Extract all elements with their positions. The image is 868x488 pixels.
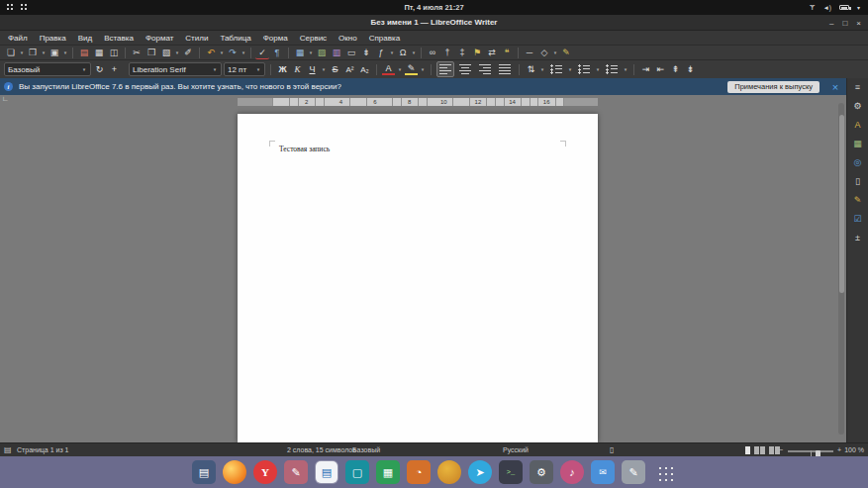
- special-character-dropdown-icon[interactable]: ▾: [411, 49, 417, 55]
- show-applications-icon[interactable]: [652, 460, 676, 484]
- highlight-color-dropdown-icon[interactable]: ▾: [420, 66, 426, 72]
- page-count[interactable]: Страница 1 из 1: [17, 443, 68, 457]
- undo-icon[interactable]: ↶: [204, 47, 218, 59]
- input-method-icon[interactable]: Ɏ: [810, 3, 815, 12]
- dock-icon-telegram[interactable]: ➤: [468, 460, 492, 484]
- infobar-close-icon[interactable]: ×: [828, 81, 842, 93]
- insert-table-dropdown-icon[interactable]: ▾: [308, 49, 314, 55]
- outline-list-dropdown-icon[interactable]: ▾: [623, 66, 628, 72]
- endnote-icon[interactable]: ‡: [455, 47, 469, 59]
- menu-help[interactable]: Справка: [363, 31, 406, 45]
- update-style-icon[interactable]: ↻: [93, 63, 106, 76]
- align-center-button[interactable]: [456, 61, 474, 77]
- close-button[interactable]: ×: [856, 19, 861, 28]
- menu-view[interactable]: Вид: [72, 31, 98, 45]
- dock-icon-libreoffice-writer[interactable]: ▤: [316, 461, 338, 483]
- bold-button[interactable]: Ж: [276, 63, 289, 76]
- insert-field-icon[interactable]: ƒ: [374, 47, 388, 59]
- spelling-icon[interactable]: ✓: [255, 47, 269, 59]
- bullet-list-button[interactable]: [547, 61, 565, 77]
- underline-button[interactable]: Ч: [306, 63, 319, 76]
- paragraph-style-dropdown-icon[interactable]: ▾: [81, 66, 87, 72]
- clone-formatting-icon[interactable]: ✐: [181, 47, 195, 59]
- menu-styles[interactable]: Стили: [179, 31, 214, 45]
- align-right-button[interactable]: [476, 61, 494, 77]
- new-doc-dropdown-icon[interactable]: ▾: [19, 49, 25, 55]
- increase-indent-icon[interactable]: ⇥: [639, 63, 652, 76]
- menu-format[interactable]: Формат: [140, 31, 179, 45]
- open-icon[interactable]: ❐: [26, 47, 40, 59]
- paragraph-style-combo[interactable]: Базовый ▾: [4, 62, 91, 76]
- align-justify-button[interactable]: [496, 61, 514, 77]
- word-count[interactable]: 2 слова, 15 символов: [287, 443, 356, 457]
- styles-deck-icon[interactable]: A: [850, 119, 866, 131]
- export-pdf-icon[interactable]: ▤: [77, 47, 91, 59]
- dock-icon-files[interactable]: ▤: [192, 460, 216, 484]
- underline-dropdown-icon[interactable]: ▾: [321, 66, 327, 72]
- dock-icon-mail[interactable]: ✉: [591, 460, 615, 484]
- open-dropdown-icon[interactable]: ▾: [41, 49, 47, 55]
- decrease-indent-icon[interactable]: ⇤: [654, 63, 667, 76]
- increase-paragraph-spacing-icon[interactable]: ⇞: [669, 63, 682, 76]
- outline-list-button[interactable]: [603, 61, 621, 77]
- menu-file[interactable]: Файл: [2, 31, 34, 45]
- dock-icon-libreoffice-start-center[interactable]: ▢: [345, 460, 369, 484]
- zoom-in-icon[interactable]: +: [837, 443, 841, 457]
- numbered-list-dropdown-icon[interactable]: ▾: [595, 66, 601, 72]
- cross-reference-icon[interactable]: ⇄: [485, 47, 499, 59]
- text-language[interactable]: Русский: [503, 443, 529, 457]
- sidebar-settings-icon[interactable]: ≡: [850, 81, 866, 93]
- menu-form[interactable]: Форма: [257, 31, 294, 45]
- italic-button[interactable]: К: [291, 63, 304, 76]
- system-menu-chevron-icon[interactable]: ▾: [857, 4, 860, 11]
- footnote-icon[interactable]: †: [440, 47, 454, 59]
- menu-table[interactable]: Таблица: [214, 31, 256, 45]
- save-icon[interactable]: ▣: [48, 47, 61, 59]
- gallery-deck-icon[interactable]: ▦: [850, 138, 866, 149]
- dock-icon-graphics-editor[interactable]: ✎: [284, 460, 308, 484]
- new-style-icon[interactable]: +: [108, 63, 121, 76]
- dock-icon-yandex-browser[interactable]: Y: [253, 460, 277, 484]
- redo-dropdown-icon[interactable]: ▾: [241, 49, 246, 55]
- insert-textbox-icon[interactable]: ▭: [344, 47, 358, 59]
- insert-chart-icon[interactable]: ▥: [330, 47, 343, 59]
- clock[interactable]: Пт, 4 июля 21:27: [404, 3, 463, 12]
- navigator-deck-icon[interactable]: ◎: [850, 156, 866, 168]
- dock-icon-settings[interactable]: ⚙: [530, 460, 553, 484]
- vertical-scrollbar-thumb[interactable]: [839, 115, 844, 293]
- dock-icon-software-center[interactable]: [437, 460, 461, 484]
- volume-icon[interactable]: ◄): [822, 4, 831, 11]
- page-style[interactable]: Базовый: [352, 443, 380, 457]
- dock-icon-libreoffice-calc[interactable]: ▦: [376, 460, 400, 484]
- superscript-button[interactable]: A²: [343, 63, 356, 76]
- horizontal-ruler[interactable]: 2 4 6 8 10 12 14 16: [238, 98, 598, 106]
- insert-image-icon[interactable]: ▨: [315, 47, 329, 59]
- print-preview-icon[interactable]: ◫: [107, 47, 121, 59]
- dock-icon-music-player[interactable]: ♪: [560, 460, 584, 484]
- align-left-button[interactable]: [436, 61, 454, 77]
- maximize-button[interactable]: □: [842, 19, 847, 28]
- zoom-level[interactable]: 100 %: [844, 443, 864, 457]
- manage-changes-deck-icon[interactable]: ±: [850, 232, 866, 244]
- line-spacing-icon[interactable]: ⇅: [525, 63, 537, 76]
- vertical-scrollbar[interactable]: [838, 103, 844, 435]
- bookmark-icon[interactable]: ⚑: [470, 47, 484, 59]
- page-break-icon[interactable]: ⇟: [359, 47, 373, 59]
- document-page[interactable]: Тестовая запись: [238, 114, 598, 442]
- draw-functions-icon[interactable]: ✎: [559, 47, 573, 59]
- insert-field-dropdown-icon[interactable]: ▾: [389, 49, 395, 55]
- numbered-list-button[interactable]: [575, 61, 593, 77]
- save-dropdown-icon[interactable]: ▾: [62, 49, 68, 55]
- workspace-indicator-icon[interactable]: [20, 3, 28, 11]
- redo-icon[interactable]: ↷: [226, 47, 240, 59]
- special-character-icon[interactable]: Ω: [396, 47, 410, 59]
- zoom-out-icon[interactable]: −: [779, 443, 783, 457]
- bullet-list-dropdown-icon[interactable]: ▾: [567, 66, 573, 72]
- dock-icon-text-editor[interactable]: ✎: [622, 460, 645, 484]
- dock-icon-libreoffice-impress[interactable]: ◔: [407, 460, 431, 484]
- save-status-icon[interactable]: ▯: [610, 443, 614, 457]
- comment-icon[interactable]: ❝: [500, 47, 514, 59]
- cut-icon[interactable]: ✂: [130, 47, 144, 59]
- accessibility-check-deck-icon[interactable]: ☑: [850, 213, 866, 225]
- dock-icon-terminal[interactable]: >_: [499, 460, 523, 484]
